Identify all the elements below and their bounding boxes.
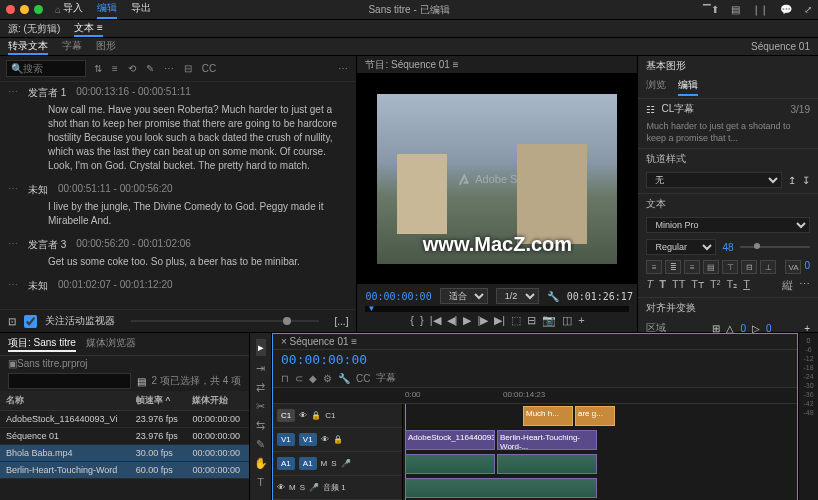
segment-icon[interactable]: ⋯ bbox=[162, 61, 176, 76]
wrench2-icon[interactable]: 🔧 bbox=[338, 373, 350, 384]
cc2-icon[interactable]: CC bbox=[356, 373, 370, 384]
home-icon[interactable]: ⌂ bbox=[53, 2, 63, 17]
track-header-v1[interactable]: V1V1👁🔒 bbox=[273, 428, 402, 452]
transcript-text[interactable]: Now call me. Have you seen Roberta? Much… bbox=[8, 103, 348, 173]
filter-icon[interactable]: ⇅ bbox=[92, 61, 104, 76]
merge-icon[interactable]: ⊟ bbox=[182, 61, 194, 76]
smallcaps-icon[interactable]: Tᴛ bbox=[691, 278, 704, 293]
search-box[interactable]: 🔍 bbox=[6, 60, 86, 77]
bin-filter-icon[interactable]: ▤ bbox=[137, 376, 146, 387]
ripple-tool-icon[interactable]: ⇄ bbox=[256, 381, 265, 394]
tracking-icon[interactable]: VA bbox=[785, 260, 801, 274]
video-clip[interactable]: Berlin-Heart-Touching-Word-... bbox=[497, 430, 597, 450]
chat-icon[interactable]: 💬 bbox=[780, 4, 792, 15]
table-row[interactable]: Berlin-Heart-Touching-Word60.00 fps00:00… bbox=[0, 462, 249, 479]
mark-out-icon[interactable]: } bbox=[420, 314, 424, 327]
transcript-item[interactable]: ⋯发言者 100:00:13:16 - 00:00:51:11 Now call… bbox=[8, 86, 348, 173]
align-middle-icon[interactable]: ⊟ bbox=[741, 260, 757, 274]
add-icon[interactable]: + bbox=[578, 314, 584, 327]
lift-icon[interactable]: ⬚ bbox=[511, 314, 521, 327]
settings-icon[interactable]: ⚙ bbox=[323, 373, 332, 384]
track-header-a1[interactable]: A1A1MS🎤 bbox=[273, 452, 402, 476]
minimize-window-icon[interactable] bbox=[20, 5, 29, 14]
table-row[interactable]: Séquence 0123.976 fps00:00:00:00 bbox=[0, 428, 249, 445]
fit-dropdown[interactable]: 适合 bbox=[440, 288, 488, 304]
align-top-icon[interactable]: ⊤ bbox=[722, 260, 738, 274]
share-icon[interactable]: ▔⬆ bbox=[703, 4, 719, 15]
audio-clip[interactable] bbox=[497, 454, 597, 474]
audio-clip[interactable] bbox=[405, 454, 495, 474]
extract-icon[interactable]: ⊟ bbox=[527, 314, 536, 327]
align-center-icon[interactable]: ≣ bbox=[665, 260, 681, 274]
fullscreen-icon[interactable]: ⤢ bbox=[804, 4, 812, 15]
tracking-value[interactable]: 0 bbox=[804, 260, 810, 274]
pen-tool-icon[interactable]: ✎ bbox=[256, 438, 265, 451]
step-fwd-icon[interactable]: |▶ bbox=[477, 314, 488, 327]
compare-icon[interactable]: ◫ bbox=[562, 314, 572, 327]
snap-icon[interactable]: ⊓ bbox=[281, 373, 289, 384]
italic-icon[interactable]: T bbox=[646, 278, 653, 293]
timeline-header[interactable]: × Séquence 01 ≡ bbox=[273, 334, 797, 350]
font-size-value[interactable]: 48 bbox=[722, 242, 733, 253]
tategaki-icon[interactable]: 縦 bbox=[782, 278, 793, 293]
transcribe-tab[interactable]: 转录文本 bbox=[8, 39, 48, 55]
link-icon[interactable]: ⊂ bbox=[295, 373, 303, 384]
razor-tool-icon[interactable]: ✂ bbox=[256, 400, 265, 413]
upload-style-icon[interactable]: ↥ bbox=[788, 175, 796, 186]
transcript-item[interactable]: ⋯未知00:01:02:07 - 00:01:12:20 bbox=[8, 279, 348, 293]
export-tab[interactable]: 导出 bbox=[131, 1, 151, 19]
graphics-tab[interactable]: 图形 bbox=[96, 39, 116, 55]
timeline-content[interactable]: Much h... are g... AdobeStock_116440093_… bbox=[403, 404, 797, 500]
align-right-icon[interactable]: ≡ bbox=[684, 260, 700, 274]
slip-tool-icon[interactable]: ⇆ bbox=[256, 419, 265, 432]
text-panel-tab[interactable]: 文本 ≡ bbox=[74, 21, 103, 37]
track-select-tool-icon[interactable]: ⇥ bbox=[256, 362, 265, 375]
project-search-input[interactable] bbox=[8, 373, 131, 389]
download-style-icon[interactable]: ↧ bbox=[802, 175, 810, 186]
font-family-dropdown[interactable]: Minion Pro bbox=[646, 217, 810, 233]
audio-clip[interactable] bbox=[405, 478, 597, 498]
selection-tool-icon[interactable]: ▸ bbox=[256, 339, 266, 356]
search-input[interactable] bbox=[23, 63, 77, 74]
step-back-icon[interactable]: ◀| bbox=[447, 314, 458, 327]
more-style-icon[interactable]: ⋯ bbox=[799, 278, 810, 293]
col-start[interactable]: 媒体开始 bbox=[186, 391, 249, 411]
caption-clip[interactable]: Much h... bbox=[523, 406, 573, 426]
transcript-text[interactable]: I live by the jungle, The Divine Comedy … bbox=[8, 200, 348, 228]
allcaps-icon[interactable]: TT bbox=[672, 278, 685, 293]
go-out-icon[interactable]: ▶| bbox=[494, 314, 505, 327]
type-tool-icon[interactable]: T bbox=[257, 476, 264, 488]
col-name[interactable]: 名称 bbox=[0, 391, 130, 411]
markers-icon[interactable]: ❘❘ bbox=[752, 4, 768, 15]
replace-icon[interactable]: ⟲ bbox=[126, 61, 138, 76]
workspace-icon[interactable]: ▤ bbox=[731, 4, 740, 15]
underline-icon[interactable]: T bbox=[743, 278, 750, 293]
export-frame-icon[interactable]: 📷 bbox=[542, 314, 556, 327]
zoom-slider[interactable] bbox=[131, 320, 319, 322]
transcript-text[interactable]: Get us some coke too. So plus, a beer ha… bbox=[8, 255, 348, 269]
table-row[interactable]: AdobeStock_116440093_Vi23.976 fps00:00:0… bbox=[0, 411, 249, 428]
edit-tab[interactable]: 编辑 bbox=[97, 1, 117, 19]
follow-monitor-checkbox[interactable] bbox=[24, 315, 37, 328]
font-size-slider[interactable] bbox=[740, 246, 810, 248]
play-icon[interactable]: ▶ bbox=[463, 314, 471, 327]
timeline-ruler[interactable]: 0:00 00:00:14:23 bbox=[273, 388, 797, 404]
caption-clip[interactable]: are g... bbox=[575, 406, 615, 426]
hand-tool-icon[interactable]: ✋ bbox=[254, 457, 268, 470]
subtitle-tab[interactable]: 字幕 bbox=[62, 39, 82, 55]
edit-icon[interactable]: ✎ bbox=[144, 61, 156, 76]
resolution-dropdown[interactable]: 1/2 bbox=[496, 288, 539, 304]
marker-icon[interactable]: ◆ bbox=[309, 373, 317, 384]
align-left-icon[interactable]: ≡ bbox=[646, 260, 662, 274]
mark-in-icon[interactable]: { bbox=[410, 314, 414, 327]
superscript-icon[interactable]: T² bbox=[710, 278, 720, 293]
project-tab[interactable]: 项目: Sans titre bbox=[8, 336, 76, 352]
timeline-timecode[interactable]: 00:00:00:00 bbox=[273, 350, 797, 369]
timecode-left[interactable]: 00:00:00:00 bbox=[365, 291, 431, 302]
go-in-icon[interactable]: |◀ bbox=[430, 314, 441, 327]
transcript-item[interactable]: ⋯发言者 300:00:56:20 - 00:01:02:06 Get us s… bbox=[8, 238, 348, 269]
video-preview[interactable]: Adobe Stock www.MacZ.com bbox=[357, 74, 637, 284]
font-style-dropdown[interactable]: Regular bbox=[646, 239, 716, 255]
track-header-audio[interactable]: 👁MS🎤音频 1 bbox=[273, 476, 402, 500]
sort-icon[interactable]: ≡ bbox=[110, 61, 120, 76]
